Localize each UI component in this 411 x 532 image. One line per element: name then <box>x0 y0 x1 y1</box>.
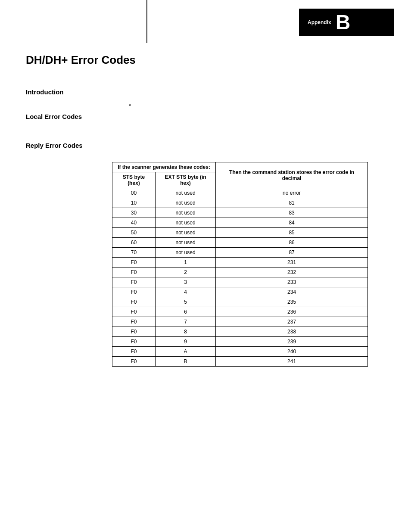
table-row: F02232 <box>112 268 368 277</box>
ext-sts-cell: not used <box>155 238 215 248</box>
table-row: 40not used84 <box>112 218 368 228</box>
appendix-letter: B <box>336 12 351 33</box>
sts-cell: F0 <box>112 357 156 367</box>
decimal-cell: 236 <box>216 307 368 317</box>
sts-cell: F0 <box>112 277 156 287</box>
ext-sts-cell: A <box>155 347 215 357</box>
table-row: F03233 <box>112 277 368 287</box>
table-row: F0A240 <box>112 347 368 357</box>
decimal-cell: 235 <box>216 297 368 307</box>
sts-cell: F0 <box>112 297 156 307</box>
local-error-section: Local Error Codes <box>26 113 385 120</box>
decimal-cell: 233 <box>216 277 368 287</box>
local-error-heading: Local Error Codes <box>26 113 385 120</box>
page: Appendix B DH/DH+ Error Codes Introducti… <box>0 0 411 532</box>
ext-sts-cell: not used <box>155 228 215 238</box>
ext-sts-cell: B <box>155 357 215 367</box>
table-row: F06236 <box>112 307 368 317</box>
table-row: 60not used86 <box>112 238 368 248</box>
decimal-cell: 241 <box>216 357 368 367</box>
ext-sts-cell: 9 <box>155 337 215 347</box>
table-row: F01231 <box>112 258 368 268</box>
ext-sts-cell: not used <box>155 218 215 228</box>
decimal-cell: 86 <box>216 238 368 248</box>
decimal-cell: 239 <box>216 337 368 347</box>
main-content: DH/DH+ Error Codes Introduction Local Er… <box>0 36 411 384</box>
decimal-cell: 87 <box>216 248 368 258</box>
page-title: DH/DH+ Error Codes <box>26 53 385 67</box>
table-row: 50not used85 <box>112 228 368 238</box>
table-row: 30not used83 <box>112 208 368 218</box>
table-row: 10not used81 <box>112 198 368 208</box>
decimal-cell: 237 <box>216 317 368 327</box>
ext-sts-cell: 5 <box>155 297 215 307</box>
ext-sts-cell: 7 <box>155 317 215 327</box>
decimal-cell: 85 <box>216 228 368 238</box>
sts-cell: F0 <box>112 337 156 347</box>
sts-cell: F0 <box>112 347 156 357</box>
sts-byte-header: STS byte (hex) <box>112 172 156 188</box>
decimal-cell: 238 <box>216 327 368 337</box>
ext-sts-cell: not used <box>155 188 215 198</box>
sts-cell: F0 <box>112 258 156 268</box>
sts-cell: F0 <box>112 287 156 297</box>
table-container: If the scanner generates these codes: Th… <box>112 162 368 367</box>
sts-cell: F0 <box>112 317 156 327</box>
appendix-badge: Appendix B <box>299 9 394 36</box>
sts-cell: 40 <box>112 218 156 228</box>
sts-cell: F0 <box>112 307 156 317</box>
decimal-cell: no error <box>216 188 368 198</box>
table-row: 70not used87 <box>112 248 368 258</box>
decimal-cell: 232 <box>216 268 368 277</box>
introduction-section: Introduction <box>26 88 385 96</box>
sts-cell: 00 <box>112 188 156 198</box>
sts-cell: 10 <box>112 198 156 208</box>
col-scanner-header: If the scanner generates these codes: <box>112 162 216 172</box>
sts-cell: F0 <box>112 327 156 337</box>
decimal-cell: 234 <box>216 287 368 297</box>
vertical-line <box>146 0 147 43</box>
ext-sts-cell: 6 <box>155 307 215 317</box>
sts-cell: 30 <box>112 208 156 218</box>
table-row: F04234 <box>112 287 368 297</box>
decimal-cell: 240 <box>216 347 368 357</box>
sts-cell: F0 <box>112 268 156 277</box>
reply-error-section: Reply Error Codes <box>26 142 385 149</box>
table-row: 00not usedno error <box>112 188 368 198</box>
header-area: Appendix B <box>0 0 411 36</box>
reply-error-heading: Reply Error Codes <box>26 142 385 149</box>
table-row: F05235 <box>112 297 368 307</box>
introduction-heading: Introduction <box>26 88 385 96</box>
ext-sts-header: EXT STS byte (in hex) <box>155 172 215 188</box>
decimal-cell: 84 <box>216 218 368 228</box>
table-row: F09239 <box>112 337 368 347</box>
table-row: F08238 <box>112 327 368 337</box>
ext-sts-cell: not used <box>155 198 215 208</box>
appendix-label: Appendix <box>308 19 331 25</box>
table-row: F07237 <box>112 317 368 327</box>
sts-cell: 60 <box>112 238 156 248</box>
ext-sts-cell: 2 <box>155 268 215 277</box>
table-row: F0B241 <box>112 357 368 367</box>
ext-sts-cell: 8 <box>155 327 215 337</box>
col-decimal-header: Then the command station stores the erro… <box>216 162 368 188</box>
sts-cell: 50 <box>112 228 156 238</box>
decimal-cell: 231 <box>216 258 368 268</box>
sts-cell: 70 <box>112 248 156 258</box>
error-codes-table: If the scanner generates these codes: Th… <box>112 162 368 367</box>
ext-sts-cell: not used <box>155 208 215 218</box>
ext-sts-cell: 1 <box>155 258 215 268</box>
ext-sts-cell: 4 <box>155 287 215 297</box>
ext-sts-cell: not used <box>155 248 215 258</box>
ext-sts-cell: 3 <box>155 277 215 287</box>
decimal-cell: 81 <box>216 198 368 208</box>
decimal-cell: 83 <box>216 208 368 218</box>
